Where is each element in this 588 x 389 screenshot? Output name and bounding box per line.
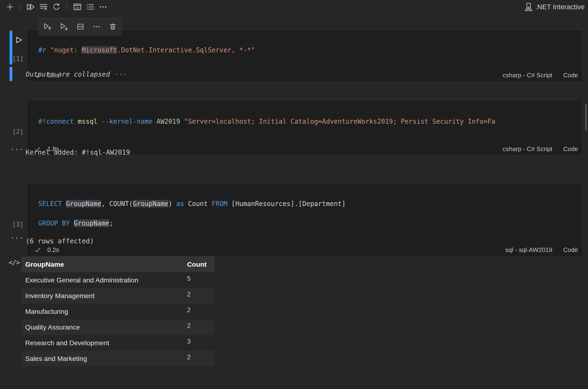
group-name-cell: Research and Development [21, 335, 183, 351]
code-token: GroupName [133, 200, 168, 207]
execution-order-label: [3] [12, 221, 24, 228]
code-token: FROM [212, 200, 228, 207]
code-token [74, 118, 78, 125]
code-editor[interactable]: #r "nuget: Microsoft.DotNet.Interactive.… [27, 30, 582, 69]
success-check-icon [34, 246, 41, 253]
add-icon [6, 3, 14, 11]
count-cell: 2 [183, 288, 215, 304]
run-below-button[interactable] [60, 22, 68, 31]
run-above-button[interactable] [43, 22, 52, 31]
code-token: .DotNet.Interactive.SqlServer, *-*" [117, 46, 255, 54]
toolbar-divider [20, 3, 20, 11]
restart-kernel-button[interactable] [52, 2, 61, 11]
query-result-table: GroupNameCount Executive General and Adm… [21, 257, 215, 366]
group-name-cell: Quality Assurance [21, 319, 183, 335]
table-header: GroupNameCount [21, 257, 215, 272]
table-row: Manufacturing2 [21, 304, 215, 319]
group-name-cell: Manufacturing [21, 304, 183, 319]
trash-icon [109, 23, 117, 31]
kernel-added-output: Kernel added: #!sql-AW2019 [26, 148, 130, 156]
output-mime-switcher-icon[interactable]: </> [9, 258, 20, 266]
output-more-icon[interactable]: ··· [115, 71, 127, 78]
rows-affected-output: (6 rows affected) [26, 237, 94, 245]
language-picker[interactable]: sql - sql-AW2019 [505, 246, 552, 254]
cell-more-actions-button[interactable] [93, 23, 101, 31]
table-column-header: GroupName [21, 257, 183, 272]
code-line: GROUP BY GroupName; [38, 218, 582, 229]
code-editor[interactable]: #!connect mssql --kernel-name AW2019 "Se… [27, 100, 582, 142]
code-token: Microsoft [82, 46, 117, 54]
table-row: Inventory Management2 [21, 288, 215, 304]
run-cell-button[interactable] [14, 35, 23, 45]
code-token: [HumanResources].[Department] [228, 200, 346, 207]
code-token [97, 118, 101, 125]
code-token: as [176, 200, 184, 207]
restart-icon [52, 2, 61, 11]
output-collapse-toggle[interactable]: ··· [10, 146, 24, 154]
svg-text:(x): (x) [75, 6, 79, 9]
variables-button[interactable]: (x) [73, 2, 82, 11]
run-above-icon [43, 22, 52, 31]
code-token: #r [38, 46, 46, 54]
table-row: Research and Development3 [21, 335, 215, 351]
toolbar-divider [67, 3, 67, 11]
execution-order-label: [1] [12, 55, 24, 62]
editor-scrollbar[interactable] [585, 104, 587, 130]
collapsed-output-note[interactable]: Outputs are collapsed··· [26, 70, 127, 78]
code-token: Count [184, 200, 212, 207]
code-editor[interactable]: SELECT GroupName, COUNT(GroupName) as Co… [27, 183, 582, 243]
language-picker[interactable]: csharp - C# Script [503, 145, 552, 153]
code-token: !connect [42, 118, 74, 125]
code-token: --kernel-name [101, 118, 153, 125]
code-token [62, 200, 66, 207]
execution-time: 0.2s [47, 246, 59, 254]
split-cell-button[interactable] [76, 23, 84, 31]
group-name-cell: Sales and Marketing [21, 351, 183, 366]
code-token: mssql [78, 118, 98, 125]
play-icon [14, 35, 23, 45]
language-picker[interactable]: csharp - C# Script [503, 72, 552, 79]
count-cell: 2 [183, 304, 215, 319]
table-row: Quality Assurance2 [21, 319, 215, 335]
list-icon [86, 2, 95, 11]
cell-status-bar: 0.2s sql - sql-AW2019 Code [27, 243, 582, 256]
code-token: GROUP BY [38, 219, 70, 227]
notebook-toolbar: (x) .NET Interactive [0, 0, 588, 14]
cell-kind-picker[interactable]: Code [563, 246, 578, 254]
notebook-cell-2: #!connect mssql --kernel-name AW2019 "Se… [27, 100, 583, 156]
cell-hover-toolbar [38, 18, 122, 35]
code-token [180, 118, 184, 125]
more-icon [93, 23, 101, 31]
run-below-icon [60, 22, 68, 31]
kernel-picker[interactable]: .NET Interactive [523, 2, 585, 12]
code-token: "nuget: [50, 46, 82, 54]
outline-button[interactable] [86, 2, 95, 11]
dotnet-interactive-kernel-icon [523, 2, 533, 12]
code-token [153, 118, 157, 125]
notebook-cell-3: SELECT GroupName, COUNT(GroupName) as Co… [27, 183, 583, 257]
variables-icon: (x) [73, 2, 82, 11]
add-cell-button[interactable] [6, 3, 14, 11]
count-cell: 3 [183, 335, 215, 351]
count-cell: 2 [183, 351, 215, 366]
notebook-toolbar-left: (x) [6, 2, 108, 11]
kernel-label: .NET Interactive [535, 3, 585, 11]
split-cell-icon [76, 23, 84, 31]
collapsed-output-text: Outputs are collapsed [26, 70, 110, 78]
table-column-header: Count [183, 257, 215, 272]
cell-kind-picker[interactable]: Code [563, 72, 578, 79]
code-token: "Server=localhost; Initial Catalog=Adven… [184, 118, 495, 125]
code-token: SELECT [38, 200, 62, 207]
clear-all-outputs-button[interactable] [39, 2, 48, 11]
group-name-cell: Inventory Management [21, 288, 183, 304]
output-collapse-toggle[interactable]: ··· [10, 234, 24, 242]
run-all-button[interactable] [26, 2, 35, 11]
table-row: Sales and Marketing2 [21, 351, 215, 366]
delete-cell-button[interactable] [109, 23, 117, 31]
code-line: SELECT GroupName, COUNT(GroupName) as Co… [38, 198, 582, 209]
count-cell: 2 [183, 319, 215, 335]
more-icon [98, 2, 108, 11]
more-actions-button[interactable] [98, 2, 108, 11]
code-token: , COUNT( [101, 200, 133, 207]
cell-kind-picker[interactable]: Code [563, 145, 578, 153]
